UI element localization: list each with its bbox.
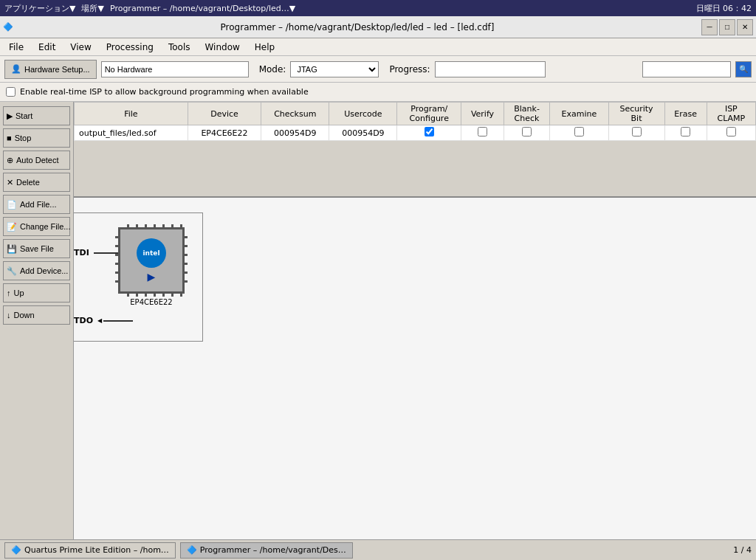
diagram-area: TDI ▶ [74,198,756,539]
row-verify[interactable] [461,125,504,141]
stop-button[interactable]: ■ Stop [3,128,70,148]
mode-select[interactable]: JTAG Active Serial Programming Passive S… [290,61,379,77]
search-input[interactable] [642,61,731,77]
col-program: Program/Configure [397,103,461,125]
search-button[interactable]: 🔍 [735,61,752,77]
add-device-icon: 🔧 [7,266,17,276]
row-device: EP4CE6E22 [188,125,261,141]
taskbar-programmer[interactable]: 🔷 Programmer – /home/vagrant/Des… [180,542,353,559]
col-blank-check: Blank-Check [504,103,549,125]
stop-icon: ■ [7,134,12,142]
close-button[interactable]: ✕ [737,19,753,35]
row-isp-clamp[interactable] [707,125,755,141]
maximize-button[interactable]: □ [719,19,735,35]
isp-label: Enable real-time ISP to allow background… [20,87,309,97]
intel-logo: intel [137,238,166,268]
window-controls: ─ □ ✕ [701,19,753,35]
auto-detect-button[interactable]: ⊕ Auto Detect [3,151,70,170]
security-bit-checkbox[interactable] [632,127,642,136]
menu-edit[interactable]: Edit [32,41,61,54]
chip-body-wrapper: intel ▶ [118,227,185,294]
add-file-button[interactable]: 📄 Add File... [3,195,70,214]
add-device-button[interactable]: 🔧 Add Device... [3,261,70,280]
menu-window[interactable]: Window [199,41,245,54]
hw-setup-icon: 👤 [11,64,21,74]
row-security-bit[interactable] [608,125,664,141]
delete-button[interactable]: ✕ Delete [3,173,70,192]
app-icon: 🔷 [3,22,13,32]
row-file: output_files/led.sof [75,125,188,141]
quartus-icon: 🔷 [11,545,21,555]
program-checkbox[interactable] [425,127,434,136]
isp-clamp-checkbox[interactable] [726,127,736,136]
title-bar: 🔷 Programmer – /home/vagrant/Desktop/led… [0,16,756,38]
down-label: Down [14,311,35,319]
menu-processing[interactable]: Processing [100,41,159,54]
programming-table: File Device Checksum Usercode Program/Co… [74,102,756,141]
app-title-system[interactable]: Programmer – /home/vagrant/Desktop/led…▼ [110,4,295,13]
col-security-bit: SecurityBit [608,103,664,125]
row-examine[interactable] [550,125,608,141]
main-layout: ▶ Start ■ Stop ⊕ Auto Detect ✕ Delete 📄 … [0,102,756,539]
add-file-label: Add File... [20,200,57,209]
hardware-setup-button[interactable]: 👤 Hardware Setup... [4,60,97,79]
menu-tools[interactable]: Tools [162,41,196,54]
add-device-label: Add Device... [20,266,68,275]
row-program[interactable] [397,125,461,141]
delete-icon: ✕ [7,178,13,187]
delete-label: Delete [16,178,40,187]
col-file: File [75,103,188,125]
minimize-button[interactable]: ─ [701,19,718,35]
isp-row: Enable real-time ISP to allow background… [0,83,756,102]
tdo-label: TDO [74,316,93,325]
col-usercode: Usercode [329,103,397,125]
menu-view[interactable]: View [64,41,97,54]
col-verify: Verify [461,103,504,125]
progress-label: Progress: [389,64,430,75]
auto-detect-label: Auto Detect [16,156,58,165]
quartus-label: Quartus Prime Lite Edition – /hom… [24,545,169,555]
verify-checkbox[interactable] [478,127,487,136]
tdo-arrow: ◀ [97,317,102,324]
menu-file[interactable]: File [3,41,30,54]
change-file-button[interactable]: 📝 Change File... [3,217,70,236]
isp-checkbox[interactable] [6,87,16,97]
page-indicator: 1 / 4 [733,545,752,555]
start-icon: ▶ [7,111,13,121]
tdo-wire: TDO ◀ [74,316,133,325]
menu-help[interactable]: Help [249,41,281,54]
up-icon: ↑ [7,288,11,297]
erase-checkbox[interactable] [681,127,690,136]
hardware-input[interactable] [101,61,249,77]
mode-label: Mode: [259,64,286,75]
auto-detect-icon: ⊕ [7,156,13,165]
up-label: Up [14,288,24,297]
blank-check-checkbox[interactable] [522,127,532,136]
tdo-line [103,320,133,322]
save-file-button[interactable]: 💾 Save File [3,239,70,258]
down-icon: ↓ [7,311,11,319]
row-erase[interactable] [664,125,707,141]
down-button[interactable]: ↓ Down [3,305,70,325]
system-time: 日曜日 06：42 [696,3,752,14]
chip-container: intel ▶ EP4CE6E22 [118,220,185,306]
taskbar: 🔷 Quartus Prime Lite Edition – /hom… 🔷 P… [4,542,353,559]
row-blank-check[interactable] [504,125,549,141]
examine-checkbox[interactable] [574,127,584,136]
taskbar-quartus[interactable]: 🔷 Quartus Prime Lite Edition – /hom… [4,542,176,559]
places-menu[interactable]: 場所▼ [81,3,103,14]
add-file-icon: 📄 [7,200,17,210]
window-title: Programmer – /home/vagrant/Desktop/led/l… [13,22,701,32]
col-erase: Erase [664,103,707,125]
up-button[interactable]: ↑ Up [3,283,70,303]
progress-bar [435,61,546,77]
chip-ic: intel ▶ [118,227,185,294]
app-menu[interactable]: アプリケーション▼ [4,3,75,14]
col-isp-clamp: ISPCLAMP [707,103,755,125]
system-bar-left: アプリケーション▼ 場所▼ Programmer – /home/vagrant… [4,3,295,14]
tdi-label: TDI [74,248,89,257]
programmer-icon: 🔷 [187,545,197,555]
start-button[interactable]: ▶ Start [3,106,70,125]
row-usercode: 000954D9 [329,125,397,141]
title-bar-left: 🔷 [3,22,13,32]
